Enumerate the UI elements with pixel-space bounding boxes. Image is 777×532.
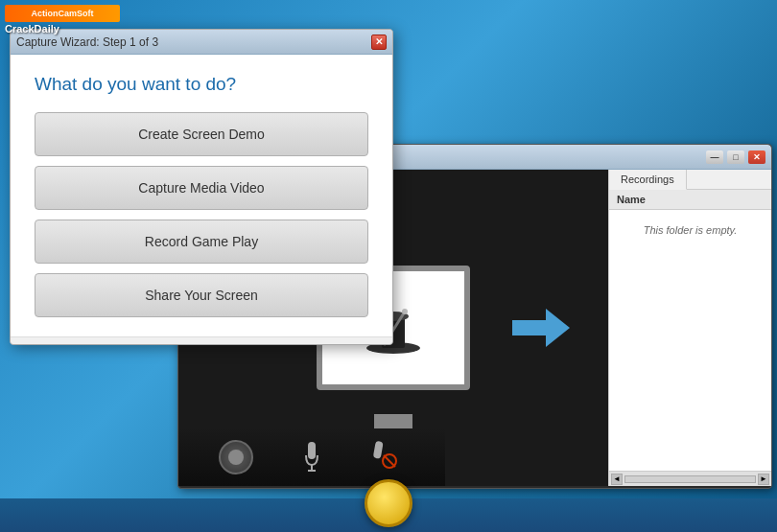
watermark-logo-text: ActionCamSoft — [32, 9, 94, 18]
speaker-inner — [228, 450, 244, 465]
bg-window-controls: — □ ✕ — [706, 150, 765, 164]
monitor-stand — [374, 414, 412, 428]
scroll-track[interactable] — [624, 475, 756, 483]
create-screen-demo-button[interactable]: Create Screen Demo — [35, 112, 368, 156]
dialog-body: What do you want to do? Create Screen De… — [11, 55, 392, 336]
recordings-empty-text: This folder is empty. — [644, 224, 738, 236]
start-orb[interactable] — [365, 479, 412, 527]
recordings-tabs: Recordings — [609, 170, 771, 190]
watermark-site-text: CrackDaily — [5, 23, 120, 35]
mic-svg — [304, 440, 319, 474]
bg-minimize-button[interactable]: — — [706, 150, 723, 164]
scroll-right-arrow[interactable]: ► — [758, 474, 769, 485]
mic-icon — [293, 438, 331, 476]
speaker-circle — [219, 440, 253, 474]
watermark-logo: ActionCamSoft — [5, 5, 120, 22]
record-game-play-button[interactable]: Record Game Play — [35, 220, 368, 264]
taskbar — [0, 498, 777, 532]
dialog-footer — [11, 336, 392, 344]
recordings-scrollbar[interactable]: ◄ ► — [609, 471, 771, 486]
dialog-question: What do you want to do? — [35, 74, 368, 95]
volume-icon — [368, 438, 407, 476]
recordings-tab[interactable]: Recordings — [609, 170, 687, 190]
capture-wizard-dialog: Capture Wizard: Step 1 of 3 ✕ What do yo… — [10, 29, 393, 345]
bg-toolbar — [178, 428, 445, 486]
speaker-icon — [217, 438, 255, 476]
dialog-title: Capture Wizard: Step 1 of 3 — [16, 35, 158, 49]
capture-media-video-button[interactable]: Capture Media Video — [35, 166, 368, 210]
arrow-right — [512, 309, 570, 347]
share-your-screen-button[interactable]: Share Your Screen — [35, 273, 368, 317]
svg-rect-8 — [373, 441, 384, 459]
volume-svg — [370, 440, 405, 474]
arrow-head — [546, 309, 570, 347]
recordings-empty-area: This folder is empty. — [609, 210, 771, 471]
bg-maximize-button[interactable]: □ — [727, 150, 744, 164]
dialog-close-button[interactable]: ✕ — [371, 35, 387, 50]
recordings-column-header: Name — [609, 190, 771, 210]
recordings-panel: Recordings Name This folder is empty. ◄ … — [608, 170, 771, 486]
bg-close-button[interactable]: ✕ — [748, 150, 765, 164]
svg-rect-5 — [308, 442, 316, 459]
watermark: ActionCamSoft CrackDaily — [5, 5, 120, 35]
scroll-left-arrow[interactable]: ◄ — [611, 474, 623, 485]
svg-line-10 — [384, 455, 395, 467]
arrow-body — [512, 320, 546, 335]
svg-point-4 — [402, 309, 408, 314]
